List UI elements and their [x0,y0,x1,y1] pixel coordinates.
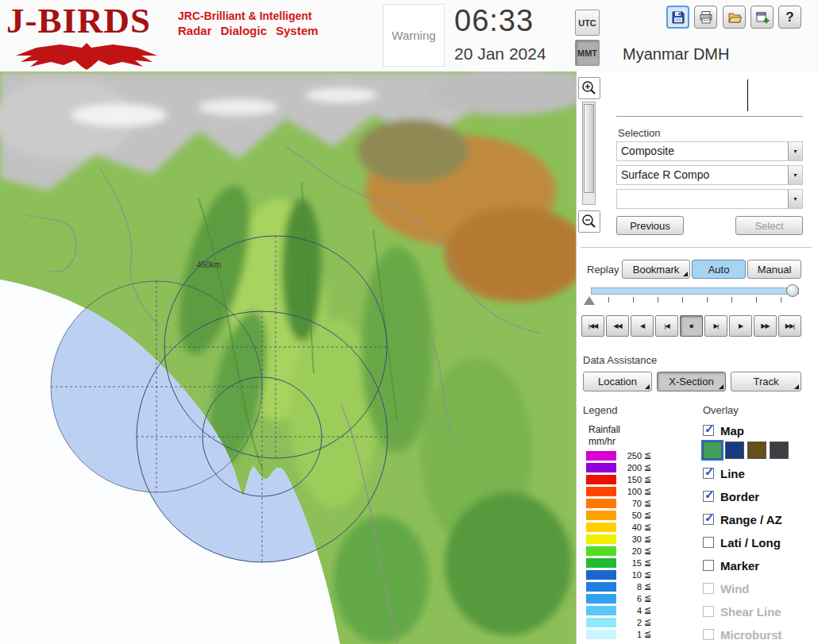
radar-map-viewport[interactable]: 450km [0,71,576,644]
open-folder-button[interactable] [723,6,746,29]
map-style-dark-button[interactable] [770,442,789,459]
bookmark-button[interactable]: Bookmark [622,260,690,279]
legend-lte-symbol: ≦ [644,605,651,615]
overlay-item-map[interactable]: ✓ Map [703,422,744,439]
legend-color-swatch [586,499,616,508]
zoom-slider-track[interactable] [582,102,596,205]
track-button[interactable]: Track [731,372,801,391]
transport-rewind-button[interactable]: ◀◀ [606,315,629,337]
app-logo-title: J-BIRDS [6,0,151,41]
legend-value: 100 [619,487,642,496]
map-style-selector [703,442,792,459]
auto-replay-button[interactable]: Auto [692,260,746,279]
transport-step-back-button[interactable]: |◀ [655,315,678,337]
chevron-down-icon[interactable]: ▼ [788,166,802,184]
legend-unit-label: Rainfall [588,424,620,435]
sub-product-dropdown[interactable]: ▼ [616,189,803,209]
magnifier-plus-icon [581,79,598,97]
legend-value: 10 [619,570,642,580]
chevron-down-icon[interactable]: ▼ [788,190,802,208]
legend-lte-symbol: ≦ [644,498,651,508]
overlay-item-range-az[interactable]: ✓ Range / AZ [703,511,782,528]
legend-row: 40≦ [586,521,651,533]
checkbox[interactable]: ✓ [703,491,714,502]
legend-lte-symbol: ≦ [644,569,651,580]
time-slider-handle[interactable] [786,284,799,297]
data-assistance-section-label: Data Assistance [583,354,657,366]
overlay-item-wind: ✓ Wind [703,580,750,597]
checkbox: ✓ [703,629,714,640]
checkbox: ✓ [703,583,714,594]
legend-row: 10≦ [586,569,651,580]
legend-color-swatch [586,594,616,604]
save-button[interactable] [666,6,689,29]
legend-value: 6 [619,594,642,604]
rainfall-legend: 250≦ 200≦ 150≦ 100≦ 70≦ 50≦ 40≦ 30≦ 20≦ … [586,449,651,640]
product-dropdown[interactable]: Surface R Compo ▼ [616,165,803,185]
overlay-label: Lati / Long [720,536,781,550]
legend-lte-symbol: ≦ [644,534,651,544]
composite-dropdown[interactable]: Composite ▼ [616,141,803,161]
transport-play-button[interactable]: ▶ [729,315,752,337]
checkbox[interactable]: ✓ [703,514,714,525]
transport-stop-button[interactable]: ■ [680,315,703,337]
legend-color-swatch [586,534,616,544]
slider-start-marker-icon [584,296,595,305]
time-slider-track[interactable] [591,287,799,295]
map-style-terrain-button[interactable] [703,442,722,459]
logo-subtitle-line1: JRC-Brilliant & Intelligent [178,10,318,22]
manual-replay-button[interactable]: Manual [747,260,801,279]
overlay-label: Line [720,467,745,480]
map-style-navy-button[interactable] [725,442,744,459]
transport-step-forward-button[interactable]: ▶| [704,315,727,337]
legend-lte-symbol: ≦ [644,462,651,472]
legend-color-swatch [586,487,616,496]
magnifier-minus-icon [581,213,598,230]
product-list-box[interactable] [616,75,803,117]
checkbox[interactable]: ✓ [703,468,714,479]
slider-tick [608,297,609,303]
mmt-toggle-button[interactable]: MMT [575,40,600,66]
legend-color-swatch [586,618,616,627]
check-icon: ✓ [704,422,715,436]
overlay-label: Microburst [720,628,782,642]
legend-color-swatch [586,546,616,556]
overlay-item-line[interactable]: ✓ Line [703,465,745,482]
help-button[interactable]: ? [778,6,801,29]
zoom-out-button[interactable] [578,210,600,233]
question-mark-icon: ? [785,10,793,25]
zoom-slider-thumb[interactable] [584,104,594,193]
overlay-item-shear-line: ✓ Shear Line [703,603,781,620]
logo-subtitle-line2: Radar Dialogic System [178,24,318,37]
checkbox[interactable]: ✓ [703,425,714,436]
transport-skip-start-button[interactable]: |◀◀ [581,315,604,337]
warning-button[interactable]: Warning [383,4,445,67]
select-button[interactable]: Select [735,216,803,235]
printer-icon [699,10,713,25]
overlay-section-label: Overlay [703,404,739,416]
previous-button[interactable]: Previous [616,216,684,235]
map-style-olive-button[interactable] [747,442,766,459]
legend-unit-label: mm/hr [588,436,615,447]
legend-value: 150 [619,475,642,484]
utc-toggle-button[interactable]: UTC [575,10,600,36]
check-icon: ✓ [704,511,715,525]
print-button[interactable] [694,6,717,29]
location-button[interactable]: Location [583,372,652,391]
checkbox[interactable]: ✓ [703,560,714,571]
transport-fast-forward-button[interactable]: ▶▶ [754,315,777,337]
export-button[interactable] [750,6,774,29]
x-section-button[interactable]: X-Section [657,372,726,391]
transport-play-reverse-button[interactable]: ◀ [631,315,654,337]
app-logo-subtitle: JRC-Brilliant & Intelligent Radar Dialog… [178,10,318,37]
overlay-item-marker[interactable]: ✓ Marker [703,557,759,574]
legend-row: 150≦ [586,473,651,485]
transport-skip-end-button[interactable]: ▶▶| [778,315,801,337]
chevron-down-icon[interactable]: ▼ [788,142,802,160]
overlay-item-border[interactable]: ✓ Border [703,488,759,505]
legend-value: 1 [619,630,642,639]
overlay-item-lati-long[interactable]: ✓ Lati / Long [703,534,781,551]
warning-label: Warning [392,29,435,42]
zoom-in-button[interactable] [578,77,600,99]
checkbox[interactable]: ✓ [703,537,714,548]
